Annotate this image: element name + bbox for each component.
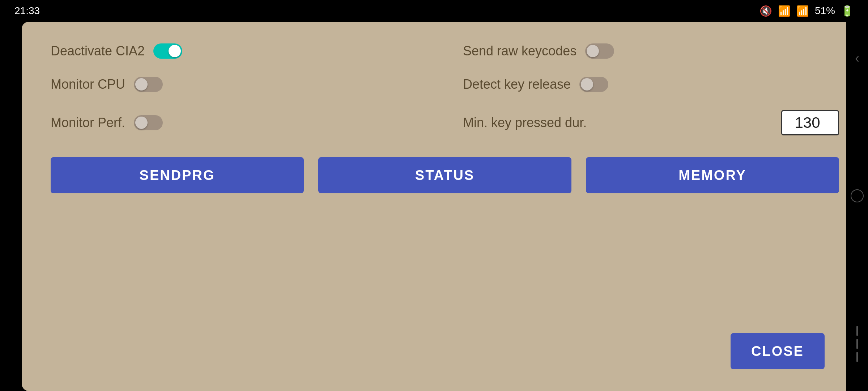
min-key-pressed-row: Min. key pressed dur. <box>463 110 839 135</box>
min-key-pressed-label: Min. key pressed dur. <box>463 115 587 130</box>
app-container: Deactivate CIA2 Send raw keycodes Monito… <box>22 22 868 391</box>
nav-line-1 <box>856 326 858 336</box>
monitor-cpu-knob <box>135 78 148 91</box>
monitor-cpu-row: Monitor CPU <box>51 77 427 92</box>
time-display: 21:33 <box>14 5 40 17</box>
deactivate-cia2-label: Deactivate CIA2 <box>51 43 145 59</box>
status-bar: 21:33 🔇 📶 📶 51% 🔋 <box>0 0 868 22</box>
status-button[interactable]: STATUS <box>318 157 571 193</box>
chevron-left-icon[interactable]: ‹ <box>855 51 859 66</box>
nav-line-3 <box>856 352 858 362</box>
detect-key-release-label: Detect key release <box>463 77 571 92</box>
menu-lines-icon[interactable] <box>856 326 858 362</box>
detect-key-release-row: Detect key release <box>463 77 839 92</box>
signal-icon: 📶 <box>796 5 809 17</box>
right-nav: ‹ <box>846 22 868 391</box>
monitor-perf-toggle[interactable] <box>134 115 163 130</box>
monitor-perf-row: Monitor Perf. <box>51 110 427 135</box>
battery-display: 51% <box>815 5 835 17</box>
close-button[interactable]: CLOSE <box>731 333 825 369</box>
send-raw-keycodes-toggle[interactable] <box>585 43 614 59</box>
action-buttons-row: SENDPRG STATUS MEMORY <box>51 157 839 193</box>
detect-key-release-knob <box>581 78 593 91</box>
battery-icon: 🔋 <box>841 5 854 17</box>
home-circle-icon[interactable] <box>851 189 864 202</box>
detect-key-release-toggle[interactable] <box>579 77 608 92</box>
memory-button[interactable]: MEMORY <box>586 157 839 193</box>
send-raw-keycodes-label: Send raw keycodes <box>463 43 576 59</box>
mute-icon: 🔇 <box>760 5 772 17</box>
monitor-cpu-toggle[interactable] <box>134 77 163 92</box>
monitor-perf-label: Monitor Perf. <box>51 115 125 130</box>
deactivate-cia2-knob <box>169 45 181 57</box>
settings-grid: Deactivate CIA2 Send raw keycodes Monito… <box>51 43 839 135</box>
deactivate-cia2-toggle[interactable] <box>153 43 182 59</box>
nav-line-2 <box>856 339 858 349</box>
monitor-perf-knob <box>135 117 148 129</box>
send-raw-keycodes-row: Send raw keycodes <box>463 43 839 59</box>
min-key-pressed-input[interactable] <box>781 110 839 135</box>
monitor-cpu-label: Monitor CPU <box>51 77 125 92</box>
wifi-icon: 📶 <box>778 5 791 17</box>
deactivate-cia2-row: Deactivate CIA2 <box>51 43 427 59</box>
status-icons: 🔇 📶 📶 51% 🔋 <box>760 5 854 17</box>
sendprg-button[interactable]: SENDPRG <box>51 157 304 193</box>
send-raw-keycodes-knob <box>587 45 599 57</box>
